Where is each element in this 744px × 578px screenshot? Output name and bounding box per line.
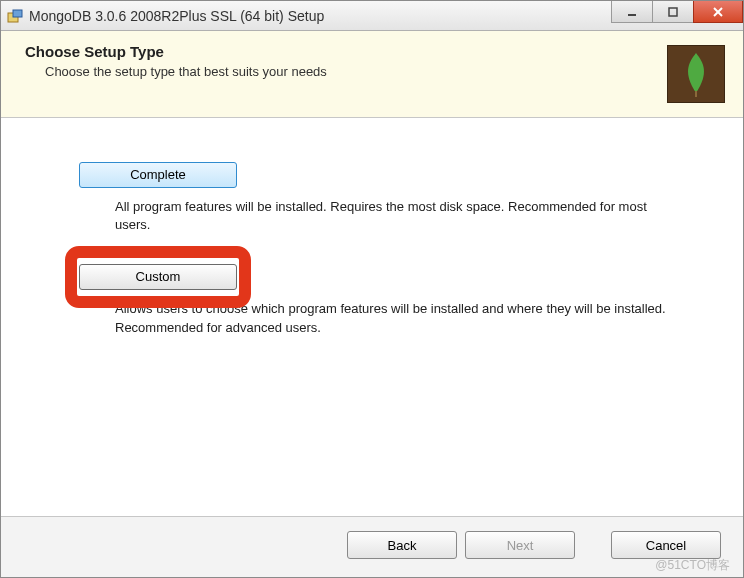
custom-button[interactable]: Custom bbox=[79, 264, 237, 290]
complete-description: All program features will be installed. … bbox=[115, 198, 675, 234]
complete-button[interactable]: Complete bbox=[79, 162, 237, 188]
window-controls bbox=[612, 1, 743, 23]
custom-description: Allows users to choose which program fea… bbox=[115, 300, 675, 336]
mongodb-logo bbox=[667, 45, 725, 103]
titlebar: MongoDB 3.0.6 2008R2Plus SSL (64 bit) Se… bbox=[1, 1, 743, 31]
next-label: Next bbox=[507, 538, 534, 553]
custom-button-wrap: Custom bbox=[79, 264, 237, 290]
custom-button-label: Custom bbox=[136, 269, 181, 284]
footer-bar: Back Next Cancel bbox=[1, 516, 743, 577]
close-button[interactable] bbox=[693, 1, 743, 23]
svg-rect-1 bbox=[13, 10, 22, 17]
svg-rect-3 bbox=[669, 8, 677, 16]
window-title: MongoDB 3.0.6 2008R2Plus SSL (64 bit) Se… bbox=[29, 8, 324, 24]
installer-icon bbox=[7, 8, 23, 24]
header-panel: Choose Setup Type Choose the setup type … bbox=[1, 31, 743, 118]
maximize-button[interactable] bbox=[652, 1, 694, 23]
cancel-label: Cancel bbox=[646, 538, 686, 553]
minimize-button[interactable] bbox=[611, 1, 653, 23]
page-heading: Choose Setup Type bbox=[25, 43, 327, 60]
next-button[interactable]: Next bbox=[465, 531, 575, 559]
content-area: Complete All program features will be in… bbox=[1, 118, 743, 516]
back-button[interactable]: Back bbox=[347, 531, 457, 559]
cancel-button[interactable]: Cancel bbox=[611, 531, 721, 559]
back-label: Back bbox=[388, 538, 417, 553]
page-subheading: Choose the setup type that best suits yo… bbox=[45, 64, 327, 79]
complete-button-label: Complete bbox=[130, 167, 186, 182]
installer-window: MongoDB 3.0.6 2008R2Plus SSL (64 bit) Se… bbox=[0, 0, 744, 578]
header-text: Choose Setup Type Choose the setup type … bbox=[25, 43, 327, 79]
